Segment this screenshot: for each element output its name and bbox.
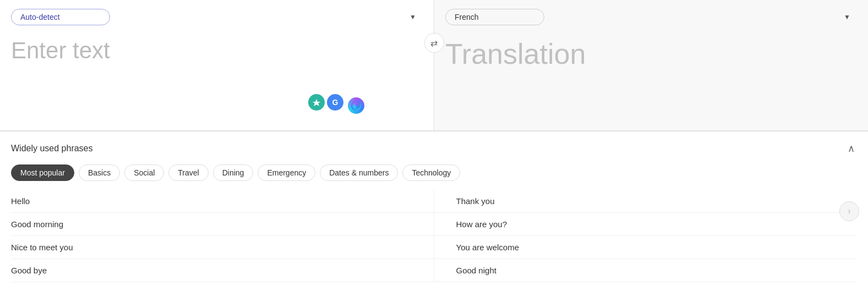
svg-point-1 xyxy=(352,101,361,110)
swap-languages-button[interactable]: ⇄ xyxy=(424,33,444,53)
phrases-grid: Hello Good morning Nice to meet you Good… xyxy=(11,190,857,282)
swap-button-wrapper: ⇄ xyxy=(424,33,444,53)
source-language-wrapper: Auto-detect English Spanish French Germa… xyxy=(11,9,423,25)
phrase-nice-to-meet[interactable]: Nice to meet you xyxy=(11,236,434,259)
translation-area: Auto-detect English Spanish French Germa… xyxy=(0,0,868,131)
source-panel: Auto-detect English Spanish French Germa… xyxy=(0,0,434,130)
phrases-header: Widely used phrases ∧ xyxy=(11,140,857,157)
tab-dates-numbers[interactable]: Dates & numbers xyxy=(320,164,398,181)
g-letter: G xyxy=(332,98,339,107)
category-tabs: Most popular Basics Social Travel Dining… xyxy=(11,164,857,181)
svg-marker-0 xyxy=(313,99,320,106)
floating-icons: G xyxy=(308,91,364,114)
source-lang-dropdown-icon: ▼ xyxy=(410,13,416,21)
phrase-good-bye[interactable]: Good bye xyxy=(11,259,434,282)
source-language-select[interactable]: Auto-detect English Spanish French Germa… xyxy=(11,9,110,25)
target-language-wrapper: French English Spanish German Chinese Ja… xyxy=(445,9,857,25)
phrase-good-morning[interactable]: Good morning xyxy=(11,213,434,236)
phrase-good-night[interactable]: Good night xyxy=(434,259,858,282)
collapse-button[interactable]: ∧ xyxy=(845,140,857,157)
app-container: Auto-detect English Spanish French Germa… xyxy=(0,0,868,291)
tab-most-popular[interactable]: Most popular xyxy=(11,164,74,181)
tab-travel[interactable]: Travel xyxy=(168,164,208,181)
tab-social[interactable]: Social xyxy=(124,164,164,181)
phrases-title: Widely used phrases xyxy=(11,144,93,153)
phrase-how-are-you[interactable]: How are you? xyxy=(434,213,858,236)
tab-technology[interactable]: Technology xyxy=(402,164,460,181)
translation-placeholder: Translation xyxy=(445,37,857,70)
next-phrases-button[interactable]: › xyxy=(839,201,859,221)
teal-icon xyxy=(308,94,325,111)
gradient-circle-icon xyxy=(348,97,364,114)
target-lang-dropdown-icon: ▼ xyxy=(844,13,850,21)
target-panel: French English Spanish German Chinese Ja… xyxy=(434,0,868,130)
swap-icon: ⇄ xyxy=(430,38,438,48)
target-language-select[interactable]: French English Spanish German Chinese Ja… xyxy=(445,9,544,25)
phrases-right-column: Thank you How are you? You are welcome G… xyxy=(434,190,858,282)
chevron-right-icon: › xyxy=(848,206,850,216)
tab-basics[interactable]: Basics xyxy=(79,164,120,181)
google-icon: G xyxy=(327,94,343,111)
phrases-left-column: Hello Good morning Nice to meet you Good… xyxy=(11,190,434,282)
phrase-you-are-welcome[interactable]: You are welcome xyxy=(434,236,858,259)
tab-dining[interactable]: Dining xyxy=(213,164,254,181)
tab-emergency[interactable]: Emergency xyxy=(258,164,315,181)
source-text-placeholder[interactable]: Enter text xyxy=(11,37,423,64)
phrase-thank-you[interactable]: Thank you xyxy=(434,190,858,213)
phrases-area: Widely used phrases ∧ Most popular Basic… xyxy=(0,131,868,291)
phrase-hello[interactable]: Hello xyxy=(11,190,434,213)
